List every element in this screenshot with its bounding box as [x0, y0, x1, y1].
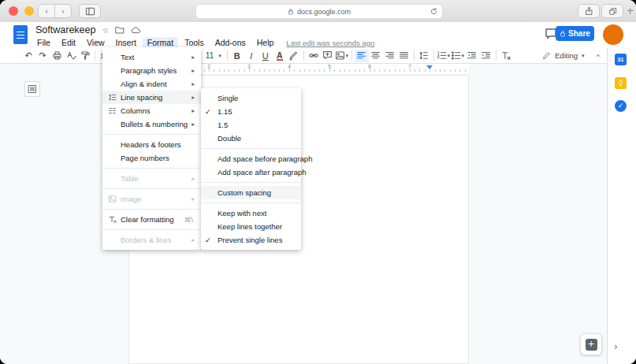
format-item-headers-footers[interactable]: Headers & footers: [102, 138, 201, 151]
menu-file[interactable]: File: [32, 37, 55, 48]
add-comment-button[interactable]: [321, 50, 335, 62]
reload-button[interactable]: [430, 7, 438, 16]
ls-item-custom-spacing[interactable]: Custom spacing: [201, 186, 301, 199]
new-tab-button[interactable]: +: [625, 4, 635, 17]
submenu-arrow-icon: ▸: [192, 80, 195, 87]
text-color-button[interactable]: A: [273, 50, 287, 62]
spelling-check-button[interactable]: [64, 50, 78, 62]
share-button[interactable]: Share: [556, 26, 594, 41]
numbered-list-button[interactable]: ▾: [437, 50, 451, 62]
format-item-align-indent[interactable]: Align & indent▸: [102, 77, 201, 91]
menu-format[interactable]: Format: [143, 37, 178, 48]
chevron-down-icon: ▾: [447, 53, 450, 59]
editing-mode-select[interactable]: Editing ▾: [542, 51, 585, 60]
menu-insert[interactable]: Insert: [111, 37, 141, 48]
format-item-paragraph-styles[interactable]: Paragraph styles▸: [102, 64, 201, 77]
highlight-color-button[interactable]: [287, 50, 301, 62]
ls-item-add-space-after[interactable]: Add space after paragraph: [201, 165, 301, 179]
google-docs-logo-icon[interactable]: [13, 25, 28, 44]
minimize-button[interactable]: [24, 6, 34, 16]
menu-view[interactable]: View: [82, 37, 110, 48]
star-icon[interactable]: ☆: [102, 26, 109, 35]
submenu-arrow-icon: ▸: [192, 195, 195, 202]
tasks-icon[interactable]: ✓: [615, 100, 627, 112]
calendar-icon[interactable]: 31: [615, 54, 627, 65]
bold-button[interactable]: B: [230, 50, 244, 62]
cloud-status-icon[interactable]: [131, 26, 141, 34]
account-avatar[interactable]: [603, 24, 623, 45]
format-item-columns[interactable]: Columns▸: [102, 104, 201, 117]
chevron-down-icon: ▾: [461, 53, 464, 59]
insert-image-button[interactable]: ▾: [335, 50, 349, 62]
ls-item-add-space-before[interactable]: Add space before paragraph: [201, 152, 301, 165]
ls-item-keep-with-next[interactable]: Keep with next: [201, 206, 301, 220]
document-outline-button[interactable]: [24, 81, 40, 97]
bulleted-list-button[interactable]: ▾: [451, 50, 465, 62]
clear-formatting-button[interactable]: [499, 50, 513, 62]
move-folder-icon[interactable]: [115, 26, 125, 34]
check-icon: ✓: [205, 108, 215, 116]
document-title[interactable]: Softwarekeep: [35, 24, 95, 35]
nav-buttons: ‹ ›: [38, 4, 72, 18]
format-item-text[interactable]: Text▸: [102, 50, 201, 64]
forward-button[interactable]: ›: [54, 5, 71, 17]
menu-help[interactable]: Help: [252, 37, 279, 48]
ruler[interactable]: 1 2 3 4 5 6 7: [0, 64, 607, 73]
ls-item-prevent-single-lines[interactable]: ✓Prevent single lines: [201, 233, 301, 247]
menu-edit[interactable]: Edit: [57, 37, 80, 48]
lock-icon: [288, 8, 294, 15]
line-spacing-icon: [106, 92, 118, 103]
format-item-image[interactable]: Image▸: [102, 192, 201, 206]
font-size-select[interactable]: 11▾: [203, 51, 225, 60]
menu-tools[interactable]: Tools: [180, 37, 209, 48]
keep-icon[interactable]: [615, 77, 627, 89]
collapse-toolbar-button[interactable]: ›: [592, 54, 602, 57]
print-button[interactable]: [50, 50, 64, 62]
address-bar[interactable]: docs.google.com: [195, 4, 443, 19]
italic-button[interactable]: I: [244, 50, 258, 62]
decrease-indent-button[interactable]: [465, 50, 479, 62]
document-area: +: [0, 73, 607, 364]
close-button[interactable]: [9, 6, 18, 16]
format-item-page-numbers[interactable]: Page numbers: [102, 151, 201, 165]
safari-share-button[interactable]: [578, 4, 600, 18]
menubar: File Edit View Insert Format Tools Add-o…: [32, 37, 374, 48]
ls-item-keep-lines-together[interactable]: Keep lines together: [201, 220, 301, 233]
format-item-clear-formatting[interactable]: Clear formatting⌘\: [102, 213, 201, 226]
tab-overview-button[interactable]: [601, 4, 623, 18]
format-item-borders-lines[interactable]: Borders & lines▸: [102, 233, 201, 247]
last-edit-link[interactable]: Last edit was seconds ago: [286, 39, 374, 47]
show-side-panel-button[interactable]: ›: [614, 341, 618, 352]
ls-item-double[interactable]: Double: [201, 132, 301, 145]
submenu-arrow-icon: ▸: [192, 67, 195, 74]
increase-indent-button[interactable]: [479, 50, 493, 62]
ruler-mark: 6: [368, 64, 371, 69]
share-label: Share: [568, 29, 590, 38]
format-item-line-spacing[interactable]: Line spacing▸: [102, 91, 201, 104]
ls-item-single[interactable]: Single: [201, 91, 301, 105]
right-indent-marker[interactable]: [426, 65, 433, 69]
ls-item-1-5[interactable]: 1.5: [201, 118, 301, 132]
ls-item-1-15[interactable]: ✓1.15: [201, 105, 301, 118]
align-left-button[interactable]: [355, 50, 369, 62]
back-button[interactable]: ‹: [39, 5, 54, 17]
justify-button[interactable]: [397, 50, 411, 62]
format-item-table[interactable]: Table▸: [102, 172, 201, 185]
ruler-mark: 2: [207, 64, 210, 69]
underline-button[interactable]: U: [258, 50, 273, 62]
align-center-button[interactable]: [369, 50, 383, 62]
menu-addons[interactable]: Add-ons: [210, 37, 251, 48]
explore-button[interactable]: +: [580, 333, 602, 355]
chevron-down-icon: ▾: [582, 53, 585, 59]
redo-button[interactable]: ↷: [35, 50, 50, 62]
align-right-button[interactable]: [383, 50, 397, 62]
sidebar-toggle-button[interactable]: [79, 4, 101, 18]
pencil-icon: [542, 51, 551, 60]
format-item-bullets-numbering[interactable]: Bullets & numbering▸: [102, 117, 201, 131]
undo-button[interactable]: ↶: [21, 50, 35, 62]
toolbar: ↶ ↷ 100%▾ 11▾ B I U A: [0, 48, 607, 64]
submenu-arrow-icon: ▸: [192, 54, 195, 61]
insert-link-button[interactable]: [307, 50, 321, 62]
line-spacing-button[interactable]: [417, 50, 431, 62]
paint-format-button[interactable]: [78, 50, 92, 62]
